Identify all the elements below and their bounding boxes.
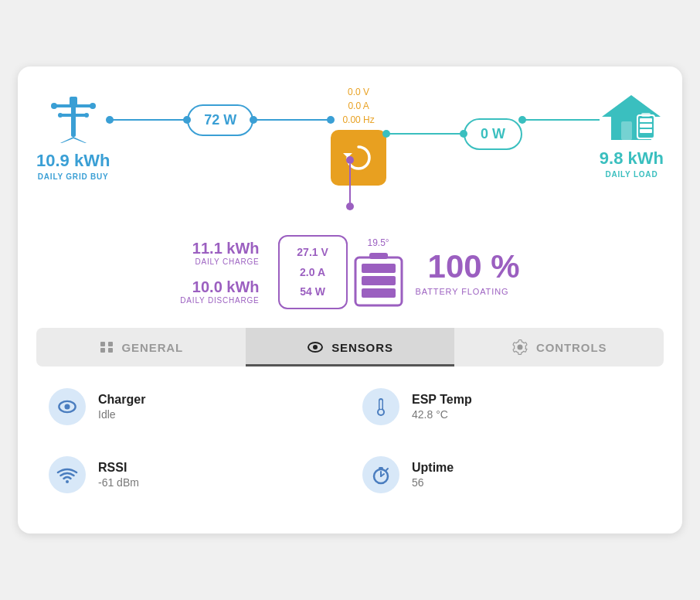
flow-dot-left2 bbox=[250, 116, 257, 124]
tab-controls[interactable]: CONTROLS bbox=[454, 328, 664, 366]
svg-rect-23 bbox=[100, 342, 105, 346]
flow-line-left bbox=[110, 119, 187, 121]
charger-name: Charger bbox=[98, 393, 145, 407]
battery-percent-wrap: 100 % BATTERY FLOATING bbox=[416, 248, 520, 296]
rssi-icon-wrap bbox=[49, 456, 86, 493]
svg-rect-21 bbox=[362, 276, 396, 285]
battery-vline bbox=[349, 164, 351, 203]
svg-point-7 bbox=[90, 103, 96, 109]
svg-rect-16 bbox=[640, 124, 652, 128]
svg-rect-33 bbox=[380, 400, 382, 409]
tab-bar: GENERAL SENSORS CONTROLS bbox=[36, 328, 664, 366]
esp-temp-value: 42.8 °C bbox=[412, 408, 472, 421]
tab-sensors-label: SENSORS bbox=[331, 341, 393, 354]
battery-display: 19.5° bbox=[354, 237, 403, 307]
rssi-value: -61 dBm bbox=[98, 476, 139, 489]
flow-dot-left4 bbox=[518, 116, 526, 124]
sensors-icon bbox=[307, 339, 324, 356]
tab-sensors[interactable]: SENSORS bbox=[246, 328, 455, 366]
flow-line-right2 bbox=[522, 119, 600, 121]
battery-status: BATTERY FLOATING bbox=[416, 287, 509, 296]
charger-value: Idle bbox=[98, 408, 145, 421]
inverter-current: 0.0 A bbox=[348, 101, 369, 111]
svg-rect-12 bbox=[621, 121, 632, 140]
inverter-box bbox=[331, 130, 386, 186]
wifi-icon bbox=[56, 466, 78, 483]
tab-controls-label: CONTROLS bbox=[536, 341, 607, 354]
house-icon bbox=[600, 92, 662, 142]
eye-icon bbox=[307, 339, 324, 356]
thermometer-icon bbox=[372, 397, 390, 417]
svg-rect-22 bbox=[362, 288, 396, 298]
inverter-node: 0.0 V 0.0 A 0.00 Hz bbox=[331, 85, 386, 186]
sensor-rssi: RSSI -61 dBm bbox=[36, 441, 350, 509]
daily-charge-label: DAILY CHARGE bbox=[180, 257, 259, 266]
svg-point-35 bbox=[66, 480, 69, 483]
tab-general[interactable]: GENERAL bbox=[36, 329, 246, 366]
svg-point-8 bbox=[58, 113, 63, 118]
grid-kwh: 10.9 kWh bbox=[36, 151, 110, 171]
svg-rect-25 bbox=[100, 348, 105, 353]
svg-point-6 bbox=[51, 103, 57, 109]
svg-line-41 bbox=[386, 469, 388, 470]
charger-eye-icon bbox=[57, 397, 77, 417]
battery-voltage: 27.1 V bbox=[297, 246, 328, 258]
svg-rect-19 bbox=[369, 253, 388, 259]
svg-rect-17 bbox=[640, 129, 652, 133]
house-node: 9.8 kWh DAILY LOAD bbox=[600, 92, 664, 179]
tab-general-label: GENERAL bbox=[122, 341, 184, 354]
svg-point-34 bbox=[379, 410, 383, 414]
battery-readings-box: 27.1 V 2.0 A 54 W bbox=[278, 235, 348, 309]
charger-info: Charger Idle bbox=[98, 393, 145, 421]
house-kwh: 9.8 kWh bbox=[600, 148, 664, 169]
uptime-icon-wrap bbox=[362, 456, 399, 493]
svg-marker-3 bbox=[60, 137, 73, 143]
flow-dot-left3 bbox=[382, 130, 390, 138]
daily-discharge-value: 10.0 kWh bbox=[180, 278, 259, 296]
battery-icon bbox=[354, 251, 403, 307]
sensor-esp-temp: ESP Temp 42.8 °C bbox=[350, 373, 664, 441]
rssi-name: RSSI bbox=[98, 461, 139, 475]
sensor-charger: Charger Idle bbox=[36, 373, 350, 441]
svg-rect-5 bbox=[70, 97, 77, 106]
svg-rect-24 bbox=[108, 342, 113, 346]
flow-line-left2 bbox=[253, 119, 331, 121]
grid-icon bbox=[46, 90, 100, 145]
svg-rect-14 bbox=[641, 113, 651, 117]
svg-rect-26 bbox=[108, 348, 113, 353]
gear-icon bbox=[511, 339, 528, 356]
svg-rect-2 bbox=[71, 104, 76, 137]
daily-discharge-label: DAILY DISCHARGE bbox=[180, 296, 259, 305]
battery-watts: 54 W bbox=[300, 285, 325, 298]
general-icon bbox=[99, 339, 114, 355]
battery-percent: 100 % bbox=[428, 248, 520, 285]
load-power-box: 0 W bbox=[464, 118, 522, 150]
grid-power-box: 72 W bbox=[187, 104, 253, 136]
sensor-uptime: Uptime 56 bbox=[350, 441, 664, 509]
svg-marker-4 bbox=[73, 137, 87, 143]
rssi-info: RSSI -61 dBm bbox=[98, 461, 139, 489]
flow-line-right1 bbox=[386, 133, 464, 135]
daily-charge-value: 11.1 kWh bbox=[180, 240, 259, 257]
battery-temp: 19.5° bbox=[367, 237, 389, 248]
sensors-grid: Charger Idle ESP Temp 42.8 °C bbox=[36, 373, 664, 509]
grid-node: 10.9 kWh DAILY GRID BUY bbox=[36, 90, 110, 181]
battery-dot-bottom bbox=[346, 203, 354, 210]
inverter-frequency: 0.00 Hz bbox=[342, 114, 374, 125]
charger-icon-wrap bbox=[49, 388, 86, 425]
battery-section: 11.1 kWh DAILY CHARGE 10.0 kWh DAILY DIS… bbox=[36, 235, 664, 309]
controls-icon bbox=[511, 339, 528, 356]
stopwatch-icon bbox=[371, 465, 391, 485]
grid-label: DAILY GRID BUY bbox=[38, 172, 109, 181]
main-card: 10.9 kWh DAILY GRID BUY 72 W 0.0 V bbox=[18, 66, 682, 534]
inverter-stats: 0.0 V 0.0 A 0.00 Hz bbox=[342, 85, 374, 127]
house-label: DAILY LOAD bbox=[605, 170, 658, 179]
uptime-info: Uptime 56 bbox=[412, 461, 454, 489]
vertical-connector bbox=[346, 156, 354, 210]
svg-point-28 bbox=[313, 345, 318, 349]
battery-current: 2.0 A bbox=[300, 266, 325, 278]
uptime-name: Uptime bbox=[412, 461, 454, 475]
svg-rect-20 bbox=[362, 264, 396, 273]
menu-icon bbox=[99, 339, 114, 355]
esp-temp-info: ESP Temp 42.8 °C bbox=[412, 393, 472, 421]
